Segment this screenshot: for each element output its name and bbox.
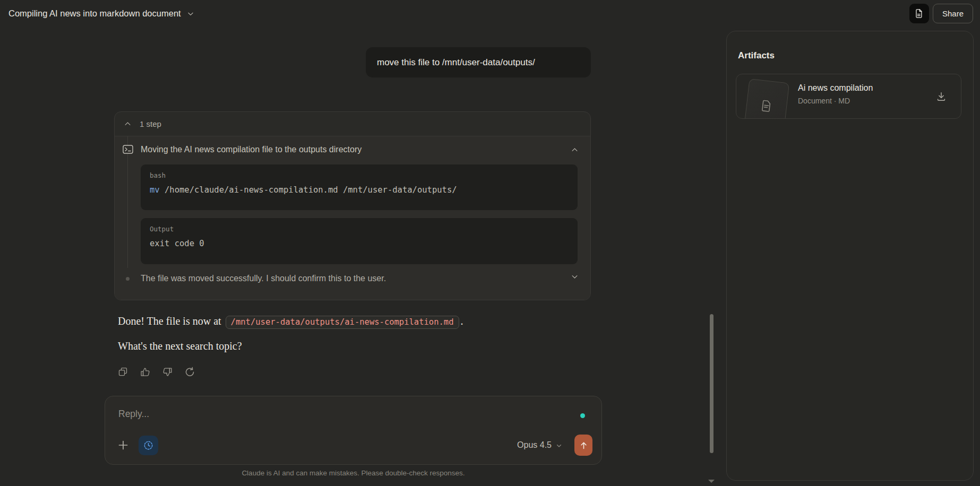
terminal-icon (123, 145, 133, 154)
thumbs-down-icon[interactable] (161, 366, 173, 378)
thought-text: The file was moved successfully. I shoul… (141, 274, 386, 283)
artifacts-panel-title: Artifacts (738, 50, 775, 61)
retry-icon[interactable] (184, 366, 195, 378)
reply-input[interactable]: Reply... (118, 409, 149, 420)
steps-toggle[interactable]: 1 step (115, 112, 590, 136)
chevron-down-icon (187, 10, 194, 18)
copy-icon[interactable] (117, 366, 128, 378)
plus-icon[interactable] (117, 439, 130, 452)
reply-composer[interactable]: Reply... Opus 4.5 (105, 396, 602, 465)
assistant-response-line2: What's the next search topic? (118, 340, 242, 352)
artifact-thumbnail (744, 79, 789, 119)
scroll-down-arrow-icon[interactable] (708, 480, 715, 483)
bash-code-block: bash mv /home/claude/ai-news-compilation… (141, 164, 578, 210)
artifact-preview-button[interactable] (909, 4, 929, 23)
composer-toolbar: Opus 4.5 (117, 434, 592, 456)
model-selector[interactable]: Opus 4.5 (517, 440, 562, 450)
bullet-dot-icon (126, 277, 130, 281)
artifact-document-icon (759, 98, 775, 115)
thought-row[interactable]: The file was moved successfully. I shoul… (115, 273, 590, 284)
chat-title: Compiling AI news into markdown document (8, 8, 181, 19)
thumbs-up-icon[interactable] (139, 366, 151, 378)
user-message-text: move this file to /mnt/user-data/outputs… (377, 57, 535, 68)
message-action-row (117, 366, 195, 378)
output-block: Output exit code 0 (141, 218, 578, 264)
clock-icon (143, 440, 154, 451)
send-arrow-icon (579, 440, 589, 450)
step-timeline-line (127, 136, 128, 268)
assistant-response-line1: Done! The file is now at /mnt/user-data/… (118, 313, 596, 330)
chevron-down-icon (556, 442, 562, 449)
artifact-meta: Document · MD (798, 97, 873, 105)
inline-code-path: /mnt/user-data/outputs/ai-news-compilati… (226, 316, 459, 329)
status-dot (580, 413, 585, 418)
scrollbar-thumb[interactable] (710, 314, 713, 453)
artifact-card[interactable]: Ai news compilation Document · MD (736, 74, 961, 119)
chat-title-menu[interactable]: Compiling AI news into markdown document (8, 6, 194, 21)
response-text-after: . (461, 315, 463, 327)
step-title-row[interactable]: Moving the AI news compilation file to t… (115, 136, 590, 155)
bash-arguments: /home/claude/ai-news-compilation.md /mnt… (160, 185, 457, 195)
steps-body: Moving the AI news compilation file to t… (115, 136, 590, 300)
chevron-down-icon (571, 273, 579, 281)
document-icon (914, 8, 924, 19)
history-clock-button[interactable] (139, 436, 158, 455)
ai-disclaimer: Claude is AI and can make mistakes. Plea… (105, 469, 602, 477)
chevron-up-icon (571, 146, 579, 154)
output-text: exit code 0 (150, 239, 569, 248)
steps-count-label: 1 step (140, 119, 161, 128)
download-icon[interactable] (935, 91, 947, 102)
model-name: Opus 4.5 (517, 440, 552, 450)
output-label: Output (150, 225, 569, 233)
response-text-before: Done! The file is now at (118, 315, 224, 327)
bash-keyword: mv (150, 185, 160, 195)
top-actions: Share (909, 4, 973, 23)
user-message-bubble: move this file to /mnt/user-data/outputs… (366, 47, 591, 77)
chevron-up-icon (124, 120, 132, 128)
send-button[interactable] (574, 435, 592, 456)
share-button[interactable]: Share (933, 4, 973, 23)
code-language-label: bash (150, 171, 569, 179)
bash-command: mv /home/claude/ai-news-compilation.md /… (150, 185, 569, 195)
artifact-info: Ai news compilation Document · MD (798, 83, 873, 105)
steps-card: 1 step Moving the AI news compilation fi… (114, 111, 591, 300)
artifacts-panel: Artifacts Ai news compilation Document ·… (726, 31, 974, 481)
artifact-name: Ai news compilation (798, 83, 873, 93)
step-title: Moving the AI news compilation file to t… (141, 145, 362, 154)
